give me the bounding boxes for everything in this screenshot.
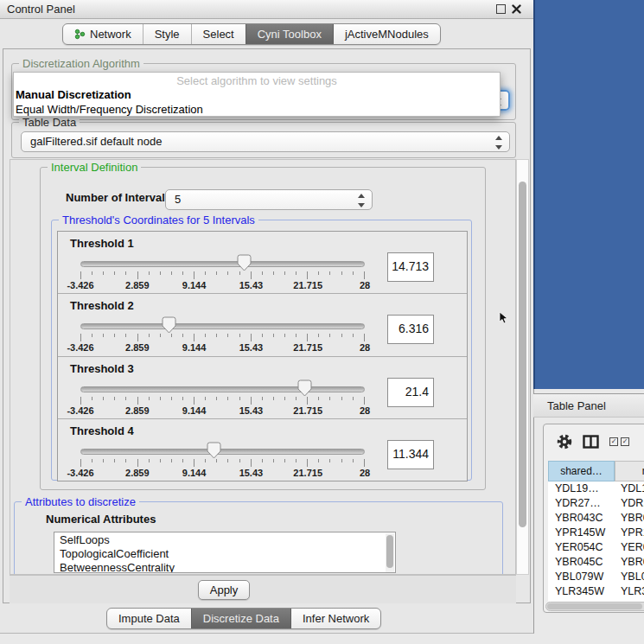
cell[interactable]: YBL079W (548, 570, 615, 584)
gear-icon[interactable] (557, 434, 572, 450)
group-title: Threshold's Coordinates for 5 Intervals (59, 214, 258, 226)
threshold-value-field[interactable]: 14.713 (387, 252, 434, 282)
cell[interactable]: YPR145W (548, 526, 615, 540)
mouse-cursor (499, 311, 509, 325)
table-toolbar: ✓ ✓ (544, 424, 644, 459)
cell[interactable]: YPR1 (615, 526, 644, 540)
network-icon (74, 29, 86, 40)
main-scrollbar[interactable] (516, 159, 529, 575)
tab-jactivemnodules[interactable]: jActiveMNodules (333, 24, 440, 44)
tab-label: Cyni Toolbox (258, 24, 322, 44)
slider-tick-labels: -3.4262.8599.14415.4321.71528 (80, 405, 365, 416)
list-item[interactable]: BetweennessCentrality (60, 561, 395, 573)
slider-thumb[interactable] (237, 254, 252, 271)
tab-label: Network (90, 24, 131, 44)
slider-thumb[interactable] (162, 316, 176, 334)
tab-network[interactable]: Network (63, 24, 143, 44)
cyni-mode-tab-bar: Impute Data Discretize Data Infer Networ… (106, 608, 381, 629)
table-row[interactable]: YDL19…YDL1 (548, 481, 644, 496)
slider-ticks (80, 397, 365, 405)
combo-value: galFiltered.sif default node (30, 135, 162, 148)
slider-track[interactable] (80, 261, 365, 267)
table-panel: ✓ ✓ shared… n YDL19…YDL1 YDR27…YDR2 YBR0… (543, 424, 644, 613)
cell[interactable]: YBL0 (615, 570, 644, 584)
slider-thumb[interactable] (207, 442, 221, 459)
cell[interactable]: YLR345W (548, 584, 615, 599)
table-panel-title: Table Panel (547, 394, 606, 418)
scrollbar-thumb[interactable] (547, 603, 642, 609)
threshold-rows-container: Threshold 1 -3.4262.8599.14415.4321.7152… (57, 231, 468, 481)
table-panel-titlebar: Table Panel (533, 393, 644, 418)
tab-impute-data[interactable]: Impute Data (107, 609, 191, 628)
slider-ticks (80, 334, 365, 341)
cell[interactable]: YBR0 (615, 511, 644, 526)
tab-label: Discretize Data (203, 609, 279, 628)
table-data-combobox[interactable]: galFiltered.sif default node (21, 131, 510, 152)
float-window-icon[interactable] (496, 4, 506, 14)
slider-track[interactable] (80, 386, 365, 392)
slider-tick-labels: -3.4262.8599.14415.4321.71528 (80, 280, 365, 290)
cell[interactable]: YDR27… (548, 496, 615, 511)
tab-label: Select (203, 24, 234, 44)
tab-infer-network[interactable]: Infer Network (290, 609, 380, 628)
table-row[interactable]: YPR145WYPR1 (548, 526, 644, 540)
cell[interactable]: YBR0 (615, 555, 644, 570)
attributes-group: Attributes to discretize Numerical Attri… (14, 501, 503, 575)
apply-button[interactable]: Apply (198, 580, 250, 600)
cell[interactable]: YDL1 (615, 481, 644, 496)
list-scrollbar[interactable] (386, 533, 394, 573)
table-row[interactable]: YDR27…YDR2 (548, 496, 644, 511)
threshold-row: Threshold 1 -3.4262.8599.14415.4321.7152… (58, 232, 467, 293)
number-of-intervals-spinner[interactable]: 5 (165, 189, 373, 210)
threshold-value-field[interactable]: 6.316 (387, 315, 434, 344)
list-item[interactable]: SelfLoops (60, 533, 395, 547)
split-table-icon[interactable] (583, 435, 599, 449)
slider-track[interactable] (80, 323, 365, 329)
group-title: Attributes to discretize (22, 495, 139, 508)
table-row[interactable]: YLR345WYLR3 (548, 584, 644, 599)
table-row[interactable]: YBL079WYBL0 (548, 570, 644, 584)
dropdown-hint: Select algorithm to view settings (14, 73, 500, 87)
table-row[interactable]: YBR045CYBR0 (548, 555, 644, 570)
dropdown-option-equal-width[interactable]: Equal Width/Frequency Discretization (14, 102, 500, 117)
screen: Control Panel Network Style Select (0, 0, 644, 644)
threshold-row: Threshold 2 -3.4262.8599.14415.4321.7152… (58, 293, 467, 355)
table-hscrollbar[interactable] (545, 602, 644, 611)
list-item[interactable]: TopologicalCoefficient (60, 547, 395, 561)
column-header-shared-name[interactable]: shared… (548, 461, 615, 481)
cyni-toolbox-panel: Discretization Algorithm Select algorith… (3, 48, 531, 603)
table-header-row: shared… n (548, 461, 644, 481)
tab-label: Style (155, 24, 180, 44)
slider-tick-labels: -3.4262.8599.14415.4321.71528 (80, 342, 365, 353)
cell[interactable]: YDR2 (615, 496, 644, 511)
cell[interactable]: YBR045C (548, 555, 615, 570)
table-row[interactable]: YER054CYER0 (548, 540, 644, 555)
numerical-attributes-list[interactable]: SelfLoops TopologicalCoefficient Between… (54, 532, 396, 573)
threshold-value-field[interactable]: 21.4 (387, 378, 434, 407)
checkbox-checked-icon[interactable]: ✓ (621, 437, 629, 446)
slider-thumb[interactable] (297, 379, 312, 397)
scrollbar-thumb[interactable] (519, 182, 526, 527)
column-header-name[interactable]: n (615, 461, 644, 481)
settings-scroll-area: Interval Definition Number of Intervals … (10, 159, 516, 575)
tab-style[interactable]: Style (143, 24, 191, 44)
cell[interactable]: YDL19… (548, 481, 615, 496)
threshold-value-field[interactable]: 11.344 (387, 440, 434, 469)
cell[interactable]: YER054C (548, 540, 615, 555)
close-icon[interactable] (512, 4, 521, 14)
table-body[interactable]: YDL19…YDL1 YDR27…YDR2 YBR043CYBR0 YPR145… (548, 481, 644, 602)
slider-track[interactable] (80, 449, 365, 455)
cell[interactable]: YLR3 (615, 584, 644, 599)
table-row[interactable]: YBR043CYBR0 (548, 511, 644, 526)
dropdown-option-manual[interactable]: Manual Discretization (14, 87, 500, 102)
cell[interactable]: YBR043C (548, 511, 615, 526)
tab-select[interactable]: Select (191, 24, 245, 44)
cell[interactable]: YER0 (615, 540, 644, 555)
checkbox-checked-icon[interactable]: ✓ (609, 437, 618, 446)
tab-label: jActiveMNodules (345, 24, 429, 44)
tab-cyni-toolbox[interactable]: Cyni Toolbox (245, 24, 333, 44)
group-title: Table Data (19, 116, 80, 129)
group-title: Interval Definition (48, 161, 141, 174)
tab-discretize-data[interactable]: Discretize Data (191, 609, 290, 628)
network-view-frame: GAL80 G C GAL11 GAL4 GCY1 H HAP2 (533, 0, 644, 389)
